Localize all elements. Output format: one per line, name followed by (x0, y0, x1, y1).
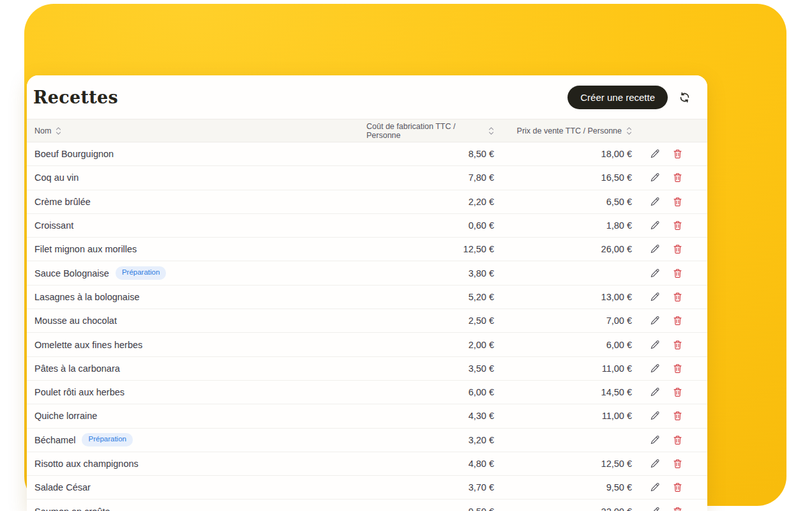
actions-cell (632, 457, 700, 470)
delete-button[interactable] (672, 362, 684, 375)
column-label: Nom (34, 126, 51, 135)
cost-value: 9,50 € (366, 507, 494, 511)
price-value: 6,50 € (494, 197, 632, 207)
actions-cell (632, 434, 700, 446)
edit-button[interactable] (649, 481, 661, 494)
recipe-name: Filet mignon aux morilles (34, 244, 137, 254)
trash-icon (673, 172, 682, 183)
name-cell: Saumon en croûte (34, 507, 366, 511)
cost-value: 12,50 € (366, 244, 494, 254)
edit-button[interactable] (649, 219, 661, 232)
edit-button[interactable] (649, 339, 661, 351)
cost-value: 2,50 € (366, 316, 494, 326)
delete-button[interactable] (672, 267, 684, 280)
delete-button[interactable] (672, 195, 684, 208)
cost-value: 3,20 € (366, 435, 494, 445)
trash-icon (673, 459, 682, 469)
edit-button[interactable] (649, 171, 661, 184)
column-header-prix-vente[interactable]: Prix de vente TTC / Personne (494, 126, 632, 135)
actions-cell (632, 314, 700, 327)
trash-icon (673, 387, 682, 397)
recipe-name: Saumon en croûte (34, 507, 110, 511)
delete-button[interactable] (672, 243, 684, 256)
edit-button[interactable] (649, 148, 661, 160)
delete-button[interactable] (672, 409, 684, 422)
recipe-name: Omelette aux fines herbes (34, 340, 142, 350)
column-label: Prix de vente TTC / Personne (517, 126, 622, 135)
name-cell: Mousse au chocolat (34, 316, 366, 326)
pencil-icon (650, 387, 660, 397)
refresh-button[interactable] (679, 91, 691, 103)
price-value: 13,00 € (494, 292, 632, 302)
delete-button[interactable] (672, 148, 684, 160)
delete-button[interactable] (672, 339, 684, 351)
edit-button[interactable] (649, 314, 661, 327)
column-header-cout-fabrication[interactable]: Coût de fabrication TTC / Personne (366, 122, 494, 140)
delete-button[interactable] (672, 386, 684, 399)
trash-icon (673, 316, 682, 326)
price-value: 18,00 € (494, 149, 632, 159)
table-body: Boeuf Bourguignon 8,50 € 18,00 € (27, 142, 707, 511)
delete-button[interactable] (672, 291, 684, 303)
table-row: Risotto aux champignons 4,80 € 12,50 € (27, 452, 707, 476)
cost-value: 4,30 € (366, 411, 494, 421)
table-row: Sauce Bolognaise Préparation 3,80 € (27, 261, 707, 285)
price-value: 12,50 € (494, 459, 632, 469)
actions-cell (632, 267, 700, 280)
panel-header: Recettes Créer une recette (27, 75, 707, 119)
delete-button[interactable] (672, 314, 684, 327)
delete-button[interactable] (672, 219, 684, 232)
delete-button[interactable] (672, 505, 684, 511)
edit-button[interactable] (649, 409, 661, 422)
table-row: Coq au vin 7,80 € 16,50 € (27, 166, 707, 190)
edit-button[interactable] (649, 505, 661, 511)
name-cell: Béchamel Préparation (34, 433, 366, 446)
sort-icon (56, 126, 61, 135)
name-cell: Poulet rôti aux herbes (34, 387, 366, 397)
edit-button[interactable] (649, 362, 661, 375)
trash-icon (673, 292, 682, 302)
actions-cell (632, 243, 700, 256)
cost-value: 0,60 € (366, 220, 494, 231)
edit-button[interactable] (649, 457, 661, 470)
pencil-icon (650, 268, 660, 278)
edit-button[interactable] (649, 434, 661, 446)
actions-cell (632, 148, 700, 160)
column-header-nom[interactable]: Nom (34, 126, 366, 135)
recipes-panel: Recettes Créer une recette Nom (27, 75, 707, 511)
sort-icon (488, 126, 494, 135)
trash-icon (673, 268, 682, 278)
pencil-icon (650, 363, 660, 374)
trash-icon (673, 363, 682, 374)
trash-icon (673, 507, 682, 511)
delete-button[interactable] (672, 481, 684, 494)
table-row: Croissant 0,60 € 1,80 € (27, 214, 707, 238)
name-cell: Filet mignon aux morilles (34, 244, 366, 254)
delete-button[interactable] (672, 434, 684, 446)
table-row: Béchamel Préparation 3,20 € (27, 429, 707, 452)
edit-button[interactable] (649, 195, 661, 208)
name-cell: Risotto aux champignons (34, 459, 366, 469)
price-value: 16,50 € (494, 172, 632, 183)
table-row: Filet mignon aux morilles 12,50 € 26,00 … (27, 238, 707, 261)
table-header-row: Nom Coût de fabrication TTC / Personne P… (27, 119, 707, 142)
recipe-name: Salade César (34, 482, 91, 492)
create-recipe-button[interactable]: Créer une recette (568, 86, 668, 109)
cost-value: 2,20 € (366, 197, 494, 207)
actions-cell (632, 339, 700, 351)
actions-cell (632, 481, 700, 494)
pencil-icon (650, 316, 660, 326)
actions-cell (632, 195, 700, 208)
actions-cell (632, 219, 700, 232)
trash-icon (673, 244, 682, 254)
price-value: 22,00 € (494, 507, 632, 511)
edit-button[interactable] (649, 291, 661, 303)
delete-button[interactable] (672, 457, 684, 470)
edit-button[interactable] (649, 243, 661, 256)
edit-button[interactable] (649, 386, 661, 399)
delete-button[interactable] (672, 171, 684, 184)
pencil-icon (650, 507, 660, 511)
price-value: 26,00 € (494, 244, 632, 254)
edit-button[interactable] (649, 267, 661, 280)
cost-value: 5,20 € (366, 292, 494, 302)
